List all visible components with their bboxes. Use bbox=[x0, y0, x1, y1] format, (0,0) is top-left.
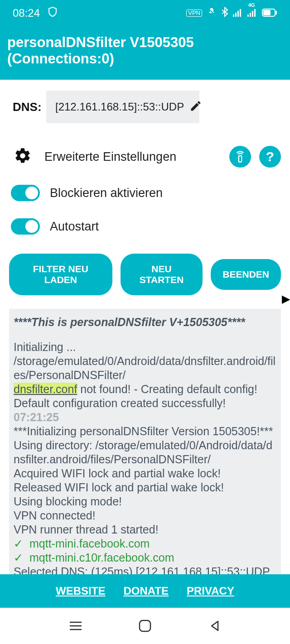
recents-button[interactable] bbox=[68, 618, 84, 634]
log-line: VPN runner thread 1 started! bbox=[14, 523, 276, 537]
dns-value: [212.161.168.15]::53::UDP bbox=[55, 101, 184, 113]
expand-arrow-icon[interactable]: ▶ bbox=[282, 293, 290, 305]
log-line: VPN connected! bbox=[14, 509, 276, 523]
edit-icon[interactable] bbox=[189, 100, 202, 114]
check-icon: ✓ bbox=[14, 551, 23, 564]
log-highlight: dnsfilter.conf bbox=[14, 383, 77, 395]
log-line: Acquired WIFI lock and partial wake lock… bbox=[14, 466, 276, 481]
signal-icon-2: 4G bbox=[247, 7, 257, 19]
log-line: Released WIFI lock and partial wake lock… bbox=[14, 481, 276, 495]
shield-icon bbox=[48, 6, 57, 20]
status-bar: 08:24 VPN 4G bbox=[0, 0, 290, 26]
mute-icon bbox=[207, 7, 217, 19]
stop-button[interactable]: BEENDEN bbox=[211, 259, 281, 290]
log-line: Using directory: /storage/emulated/0/And… bbox=[14, 438, 276, 466]
log-line-ok: ✓mqtt-mini.c10r.facebook.com bbox=[14, 551, 276, 565]
svg-rect-16 bbox=[140, 620, 150, 631]
dns-value-box[interactable]: [212.161.168.15]::53::UDP bbox=[46, 91, 199, 123]
log-line: Initializing ... bbox=[14, 340, 276, 354]
log-line: dnsfilter.conf not found! - Creating def… bbox=[14, 382, 276, 396]
autostart-label: Autostart bbox=[50, 220, 99, 234]
advanced-settings-row[interactable]: Erweiterte Einstellungen ? bbox=[9, 146, 281, 168]
privacy-link[interactable]: PRIVACY bbox=[187, 585, 234, 597]
autostart-toggle-row: Autostart bbox=[9, 218, 281, 235]
website-link[interactable]: WEBSITE bbox=[56, 585, 105, 597]
dns-row: DNS: [212.161.168.15]::53::UDP bbox=[9, 91, 281, 129]
log-timestamp: 07:21:25 bbox=[14, 410, 276, 424]
remote-icon-button[interactable] bbox=[229, 146, 251, 168]
svg-rect-6 bbox=[250, 13, 251, 17]
check-icon: ✓ bbox=[14, 537, 23, 550]
vpn-icon: VPN bbox=[186, 10, 202, 17]
home-button[interactable] bbox=[137, 618, 153, 634]
gear-icon bbox=[14, 147, 32, 167]
svg-rect-5 bbox=[247, 14, 249, 17]
svg-rect-3 bbox=[237, 11, 239, 17]
svg-rect-7 bbox=[252, 11, 253, 17]
svg-rect-4 bbox=[240, 9, 241, 17]
status-time: 08:24 bbox=[13, 7, 40, 19]
donate-link[interactable]: DONATE bbox=[123, 585, 169, 597]
log-title: ****This is personalDNSfilter V+1505305*… bbox=[14, 315, 276, 329]
autostart-toggle[interactable] bbox=[11, 218, 40, 235]
help-button[interactable]: ? bbox=[259, 146, 281, 168]
battery-icon bbox=[262, 7, 277, 19]
log-line: /storage/emulated/0/Android/data/dnsfilt… bbox=[14, 354, 276, 382]
restart-button[interactable]: NEU STARTEN bbox=[121, 254, 203, 295]
log-panel[interactable]: ****This is personalDNSfilter V+1505305*… bbox=[9, 309, 281, 590]
log-line: Default configuration created successful… bbox=[14, 396, 276, 410]
svg-rect-11 bbox=[263, 10, 271, 15]
blocking-toggle[interactable] bbox=[11, 185, 40, 201]
app-title: personalDNSfilter V1505305 (Connections:… bbox=[7, 34, 194, 67]
svg-rect-2 bbox=[235, 13, 237, 17]
log-line: ***Initializing personalDNSfilter Versio… bbox=[14, 424, 276, 438]
blocking-label: Blockieren aktivieren bbox=[50, 186, 163, 200]
log-line-ok: ✓mqtt-mini.facebook.com bbox=[14, 537, 276, 551]
bluetooth-icon bbox=[221, 6, 228, 20]
svg-rect-12 bbox=[239, 156, 242, 162]
svg-rect-8 bbox=[254, 9, 256, 17]
footer-bar: WEBSITE DONATE PRIVACY bbox=[0, 574, 290, 608]
dns-label: DNS: bbox=[13, 100, 41, 114]
system-nav-bar bbox=[0, 608, 290, 644]
signal-icon-1 bbox=[233, 7, 243, 19]
action-button-row: FILTER NEU LADEN NEU STARTEN BEENDEN ▶ bbox=[9, 254, 281, 295]
blocking-toggle-row: Blockieren aktivieren bbox=[9, 185, 281, 201]
advanced-settings-label: Erweiterte Einstellungen bbox=[44, 150, 176, 164]
app-title-bar: personalDNSfilter V1505305 (Connections:… bbox=[0, 26, 290, 80]
svg-rect-10 bbox=[276, 11, 277, 14]
svg-rect-1 bbox=[233, 14, 234, 17]
reload-filter-button[interactable]: FILTER NEU LADEN bbox=[9, 254, 112, 295]
back-button[interactable] bbox=[206, 618, 222, 634]
log-line: Using blocking mode! bbox=[14, 495, 276, 509]
help-icon: ? bbox=[266, 149, 274, 164]
